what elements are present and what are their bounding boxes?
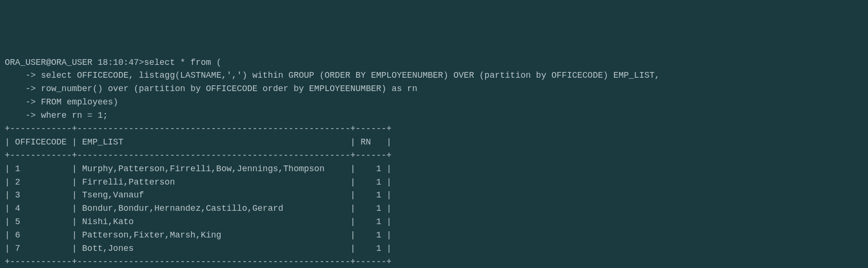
continuation-prefix: -> [5, 84, 41, 93]
query-line-5: -> where rn = 1; [5, 109, 863, 123]
continuation-prefix: -> [5, 71, 41, 80]
table-border-top: +------------+--------------------------… [5, 123, 863, 136]
sql-text-3: row_number() over (partition by OFFICECO… [41, 84, 418, 93]
table-row: | 6 | Patterson,Fixter,Marsh,King | 1 | [5, 229, 863, 242]
table-border-mid: +------------+--------------------------… [5, 149, 863, 163]
table-row: | 2 | Firrelli,Patterson | 1 | [5, 176, 863, 189]
sql-text-4: FROM employees) [41, 97, 118, 107]
continuation-prefix: -> [5, 97, 41, 107]
table-row: | 3 | Tseng,Vanauf | 1 | [5, 189, 863, 202]
query-line-3: -> row_number() over (partition by OFFIC… [5, 82, 863, 96]
table-row: | 7 | Bott,Jones | 1 | [5, 242, 863, 256]
continuation-prefix: -> [5, 111, 41, 120]
sql-text-2: select OFFICECODE, listagg(LASTNAME,',')… [41, 71, 660, 80]
table-header-row: | OFFICECODE | EMP_LIST | RN | [5, 136, 863, 149]
table-row: | 4 | Bondur,Bondur,Hernandez,Castillo,G… [5, 202, 863, 216]
sql-text-1: select * from ( [144, 58, 222, 67]
table-row: | 1 | Murphy,Patterson,Firrelli,Bow,Jenn… [5, 163, 863, 176]
table-border-bottom: +------------+--------------------------… [5, 256, 863, 268]
sql-prompt: ORA_USER@ORA_USER 18:10:47> [5, 58, 144, 67]
table-row: | 5 | Nishi,Kato | 1 | [5, 216, 863, 229]
query-line-2: -> select OFFICECODE, listagg(LASTNAME,'… [5, 69, 863, 82]
sql-text-5: where rn = 1; [41, 111, 108, 120]
query-line-4: -> FROM employees) [5, 96, 863, 109]
query-line-1: ORA_USER@ORA_USER 18:10:47>select * from… [5, 56, 863, 70]
